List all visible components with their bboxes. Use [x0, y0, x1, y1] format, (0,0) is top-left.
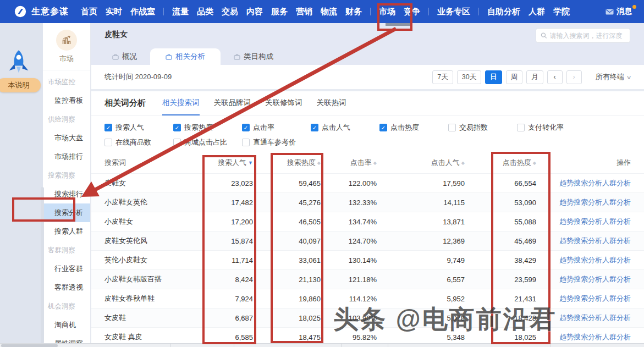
cell-click-heat: 18,428 — [465, 314, 536, 322]
nav-item-home[interactable]: 首页 — [81, 7, 97, 17]
tab-category-composition[interactable]: 类目构成 — [221, 48, 287, 65]
nav-item-self-analysis[interactable]: 自助分析 — [487, 7, 520, 17]
sidebar-item-tao-opportunity[interactable]: 淘商机 — [43, 316, 90, 334]
scrollbar-thumb[interactable] — [1, 344, 58, 347]
metric-checkbox-search-popularity[interactable]: ✓ 搜索人气 — [104, 123, 173, 133]
row-action-links[interactable]: 趋势搜索分析人群分析 — [536, 332, 631, 342]
prev-date-button[interactable]: ‹ — [547, 70, 563, 84]
horizontal-scrollbar[interactable] — [0, 343, 644, 347]
nav-item-traffic[interactable]: 流量 — [172, 7, 189, 17]
cell-keyword[interactable]: 小皮鞋女韩版百搭 — [104, 274, 203, 284]
cell-keyword[interactable]: 皮鞋女英伦风 — [104, 236, 203, 246]
nav-divider — [370, 8, 371, 15]
divider — [388, 344, 388, 347]
version-note-tag[interactable]: 本说明 — [0, 78, 41, 92]
metric-checkbox-click-rate[interactable]: ✓ 点击率 — [242, 123, 311, 133]
metric-checkbox-payment-conversion[interactable]: 支付转化率 — [517, 123, 564, 133]
sidebar-item-market-ranking[interactable]: 市场排行 — [43, 147, 90, 166]
metric-checkbox-mall-click-share[interactable]: 商城点击占比 — [173, 137, 242, 147]
bag-icon — [234, 54, 240, 60]
cell-search-heat: 45,276 — [253, 199, 321, 207]
row-action-links[interactable]: 趋势搜索分析人群分析 — [536, 274, 631, 284]
sidebar-item-market-overview[interactable]: 市场大盘 — [43, 129, 90, 147]
nav-item-trade[interactable]: 交易 — [222, 7, 238, 17]
sidebar-item-monitor-board[interactable]: 监控看板 — [43, 91, 90, 110]
metric-checkbox-search-heat[interactable]: ✓ 搜索热度 — [173, 123, 242, 133]
nav-item-content[interactable]: 内容 — [246, 7, 263, 17]
row-action-links[interactable]: 趋势搜索分析人群分析 — [536, 217, 631, 227]
tab-related-analysis[interactable]: 相关分析 — [150, 48, 221, 65]
col-header-search-heat[interactable]: 搜索热度◆ — [253, 158, 321, 168]
row-action-links[interactable]: 趋势搜索分析人群分析 — [536, 294, 631, 304]
nav-item-academy[interactable]: 学院 — [553, 7, 570, 17]
nav-item-marketing[interactable]: 营销 — [296, 7, 312, 17]
nav-divider — [163, 8, 164, 15]
app-logo[interactable]: 生意参谋 — [14, 5, 72, 18]
cell-keyword[interactable]: 女皮鞋 真皮 — [104, 332, 203, 342]
col-header-keyword[interactable]: 搜索词 — [104, 158, 203, 168]
nav-item-category[interactable]: 品类 — [197, 7, 213, 17]
nav-item-logistics[interactable]: 物流 — [321, 7, 337, 17]
row-action-links[interactable]: 趋势搜索分析人群分析 — [536, 197, 631, 207]
cell-keyword[interactable]: 皮鞋女春秋单鞋 — [104, 294, 203, 304]
range-7d-button[interactable]: 7天 — [432, 70, 453, 84]
sidebar-item-search-ranking[interactable]: 搜索排行 — [43, 185, 90, 203]
col-header-click-popularity[interactable]: 点击人气◆ — [377, 158, 465, 168]
sidebar-item-search-analysis[interactable]: 搜索分析 — [43, 203, 90, 222]
nav-item-audience[interactable]: 人群 — [529, 7, 545, 17]
checkbox-checked-icon: ✓ — [379, 124, 387, 131]
cell-keyword[interactable]: 英伦小皮鞋女 — [104, 255, 203, 265]
messages-button[interactable]: 消息 — [606, 7, 632, 16]
sidebar-item-customer-perspective[interactable]: 客群透视 — [43, 278, 90, 297]
search-input[interactable] — [550, 32, 625, 40]
nav-item-realtime[interactable]: 实时 — [106, 7, 122, 17]
cell-keyword[interactable]: 小皮鞋女 — [104, 217, 203, 227]
col-header-search-popularity[interactable]: 搜索人气▼ — [203, 158, 253, 168]
tab-modifier-words[interactable]: 关联修饰词 — [265, 91, 302, 115]
range-30d-button[interactable]: 30天 — [457, 70, 481, 84]
checkbox-unchecked-icon — [173, 139, 181, 146]
next-date-button[interactable]: › — [566, 70, 582, 84]
tab-overview[interactable]: 概况 — [99, 48, 150, 65]
table-row: 皮鞋女春秋单鞋 7,924 19,860 114.12% 5,952 21,43… — [91, 289, 644, 308]
nav-item-business-zone[interactable]: 业务专区 — [437, 7, 470, 17]
metric-checkbox-ztc-reference-price[interactable]: 直通车参考价 — [242, 137, 296, 147]
nav-items: 首页 实时 作战室 流量 品类 交易 内容 服务 营销 物流 财务 市场 竞争 … — [81, 7, 570, 17]
rocket-icon[interactable] — [7, 49, 30, 79]
checkbox-unchecked-icon — [517, 124, 525, 131]
tab-related-search-words[interactable]: 相关搜索词 — [162, 91, 200, 115]
tab-hot-words[interactable]: 关联热词 — [317, 91, 346, 115]
granularity-day-button[interactable]: 日 — [485, 70, 502, 84]
metric-checkbox-click-heat[interactable]: ✓ 点击热度 — [379, 123, 448, 133]
checkbox-unchecked-icon — [242, 139, 250, 146]
col-header-click-heat[interactable]: 点击热度◆ — [465, 158, 536, 168]
row-action-links[interactable]: 趋势搜索分析人群分析 — [536, 313, 631, 323]
metric-checkbox-online-items[interactable]: 在线商品数 — [104, 137, 173, 147]
cell-keyword[interactable]: 皮鞋女 — [104, 178, 203, 188]
row-action-links[interactable]: 趋势搜索分析人群分析 — [536, 255, 631, 265]
col-header-click-rate[interactable]: 点击率◆ — [321, 158, 377, 168]
sidebar-scrollbar[interactable] — [41, 187, 44, 344]
sidebar-item-industry-customers[interactable]: 行业客群 — [43, 260, 90, 278]
stat-row: 统计时间 2020-09-09 7天 30天 日 周 月 ‹ › 所有终端 ∨ — [91, 65, 644, 89]
stat-time-label: 统计时间 2020-09-09 — [104, 72, 172, 82]
nav-item-market[interactable]: 市场 — [379, 7, 395, 17]
metric-checkbox-trade-index[interactable]: 交易指数 — [448, 123, 517, 133]
cell-search-heat: 40,097 — [253, 237, 321, 245]
cell-keyword[interactable]: 小皮鞋女英伦 — [104, 197, 203, 207]
nav-item-finance[interactable]: 财务 — [345, 7, 362, 17]
sort-desc-icon[interactable]: ▼ — [248, 160, 253, 166]
terminal-selector[interactable]: 所有终端 ∨ — [596, 72, 631, 82]
nav-item-warroom[interactable]: 作战室 — [130, 7, 155, 17]
sidebar-item-search-audience[interactable]: 搜索人群 — [43, 222, 90, 241]
cell-click-heat: 53,090 — [465, 199, 536, 207]
cell-keyword[interactable]: 女皮鞋 — [104, 313, 203, 323]
row-action-links[interactable]: 趋势搜索分析人群分析 — [536, 236, 631, 246]
row-action-links[interactable]: 趋势搜索分析人群分析 — [536, 178, 631, 188]
nav-item-competition[interactable]: 竞争 — [404, 7, 420, 17]
nav-item-service[interactable]: 服务 — [271, 7, 288, 17]
metric-checkbox-click-popularity[interactable]: ✓ 点击人气 — [311, 123, 379, 133]
granularity-week-button[interactable]: 周 — [506, 70, 523, 84]
tab-brand-words[interactable]: 关联品牌词 — [214, 91, 251, 115]
granularity-month-button[interactable]: 月 — [526, 70, 543, 84]
